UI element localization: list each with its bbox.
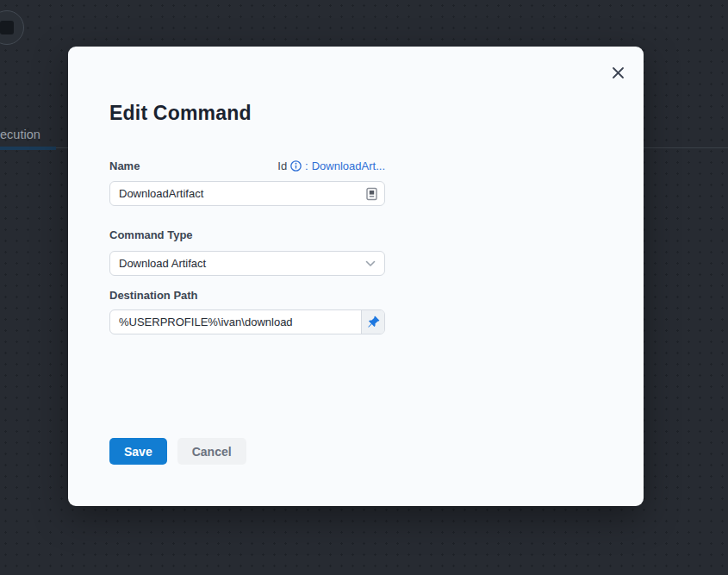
tab-execution-label: ecution (0, 128, 40, 141)
command-type-label-row: Command Type (109, 228, 385, 241)
command-type-select[interactable]: Download Artifact (109, 251, 385, 276)
name-input-wrap (109, 181, 385, 206)
id-colon: : (305, 159, 308, 172)
pushpin-icon (367, 316, 380, 328)
dialog-title: Edit Command (109, 102, 252, 125)
destination-label-row: Destination Path (109, 289, 385, 302)
command-type-label: Command Type (109, 228, 193, 241)
id-value-link[interactable]: DownloadArt... (312, 159, 385, 172)
command-type-value: Download Artifact (119, 257, 206, 270)
id-info-group: Id : DownloadArt... (277, 159, 385, 172)
info-icon[interactable] (290, 160, 302, 172)
name-label-row: Name Id : DownloadArt... (109, 159, 385, 172)
cancel-button[interactable]: Cancel (177, 438, 246, 465)
destination-label: Destination Path (109, 289, 198, 302)
stop-button[interactable] (0, 10, 24, 45)
destination-input[interactable] (110, 310, 361, 334)
pin-variable-button[interactable] (361, 310, 384, 334)
edit-command-dialog: Edit Command Name Id : DownloadArt... Co… (68, 47, 644, 506)
save-button[interactable]: Save (109, 438, 167, 465)
id-label: Id (277, 159, 287, 172)
active-tab-indicator (0, 147, 56, 150)
dialog-actions: Save Cancel (109, 438, 246, 465)
close-icon (612, 66, 625, 79)
chevron-down-icon (365, 260, 376, 267)
name-input[interactable] (110, 182, 366, 205)
name-label: Name (109, 159, 140, 172)
destination-input-group (109, 309, 385, 334)
autofill-icon[interactable] (366, 187, 377, 201)
stop-icon (0, 21, 14, 34)
close-button[interactable] (609, 64, 626, 81)
